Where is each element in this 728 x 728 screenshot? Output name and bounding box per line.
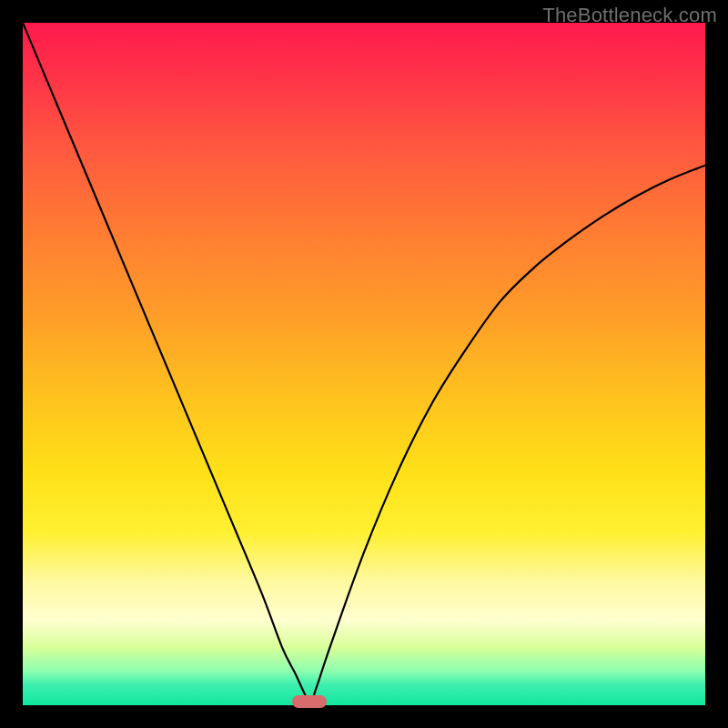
bottleneck-curve — [23, 23, 705, 702]
optimal-baseline — [23, 702, 705, 705]
optimal-range-marker — [292, 695, 327, 708]
attribution-watermark: TheBottleneck.com — [542, 4, 717, 27]
chart-frame — [23, 23, 705, 705]
